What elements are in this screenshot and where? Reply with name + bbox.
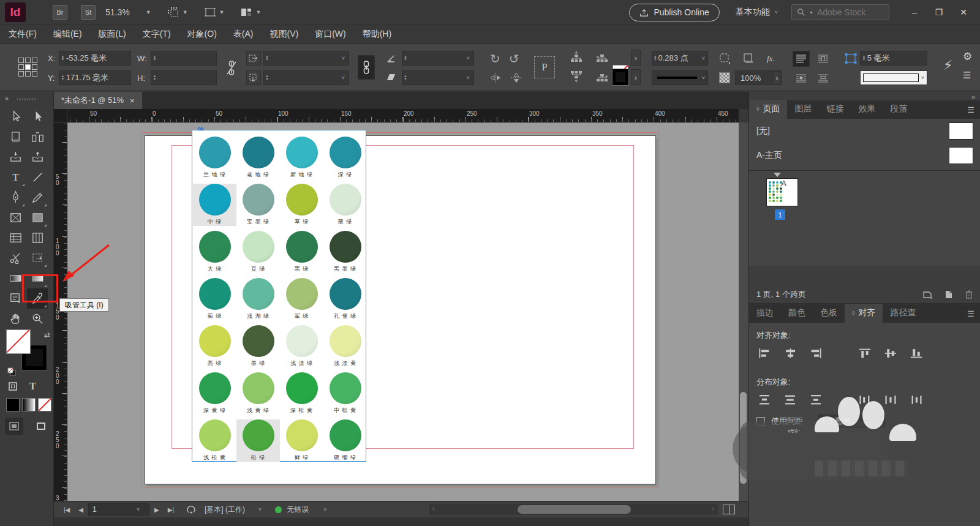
master-a-row[interactable]: A-主页	[749, 143, 980, 168]
apply-none-button[interactable]	[38, 398, 51, 411]
master-a-thumbnail[interactable]	[949, 147, 973, 164]
arrange-documents-dropdown[interactable]: ▼	[240, 7, 261, 18]
menu-item-4[interactable]: 对象(O)	[187, 29, 217, 40]
preview-view-button[interactable]	[32, 418, 50, 435]
tool-table[interactable]	[5, 228, 26, 248]
constrain-proportions-icon[interactable]	[225, 60, 238, 78]
menu-item-5[interactable]: 表(A)	[233, 29, 254, 40]
default-fill-stroke-icon[interactable]	[7, 367, 16, 376]
first-page-button[interactable]: |◀	[60, 506, 74, 513]
rotate-cw-button[interactable]: ↻	[490, 51, 500, 66]
stroke-menu-button[interactable]: ›	[631, 69, 641, 85]
select-previous-object-button[interactable]	[570, 50, 583, 64]
tool-gap[interactable]	[27, 127, 48, 147]
align-bottom-button[interactable]	[908, 347, 924, 359]
effects-fx-button[interactable]: fx.	[767, 54, 775, 64]
menu-item-7[interactable]: 窗口(W)	[315, 29, 346, 40]
link-badge-icon[interactable]: ∞	[197, 125, 204, 132]
panel-collapse-icon[interactable]: »	[971, 93, 975, 100]
align-h-center-button[interactable]	[782, 347, 798, 359]
screen-mode-dropdown[interactable]: ▼	[204, 7, 225, 18]
control-panel-menu-icon[interactable]: ☰	[963, 70, 971, 81]
previous-page-button[interactable]: ◀	[75, 506, 87, 513]
preflight-profile-chevron-icon[interactable]: ˅	[258, 506, 262, 513]
stock-search-input[interactable]	[817, 7, 878, 17]
corner-options-button[interactable]	[719, 53, 731, 67]
minimize-button[interactable]: –	[904, 4, 925, 20]
opacity-menu-button[interactable]: ›	[773, 71, 781, 85]
page-number-field[interactable]: ˅	[88, 503, 149, 516]
zoom-level-value[interactable]: 51.3%	[105, 7, 130, 17]
tool-rectangle[interactable]	[27, 208, 48, 228]
tool-direct-selection[interactable]	[5, 107, 26, 127]
text-wrap-jump-button[interactable]	[815, 70, 832, 86]
height-field[interactable]: ▲▼	[151, 70, 217, 85]
delete-page-trash-icon[interactable]	[965, 290, 973, 299]
fill-proxy-swatch[interactable]	[6, 329, 31, 354]
select-container-button[interactable]: P	[534, 56, 555, 78]
drop-shadow-button[interactable]	[742, 53, 755, 67]
link-scale-button[interactable]	[358, 55, 375, 80]
tool-content-placer[interactable]	[27, 147, 48, 167]
tool-line[interactable]	[27, 167, 48, 187]
apply-gradient-button[interactable]	[22, 398, 36, 411]
align-right-button[interactable]	[808, 347, 824, 359]
align-v-center-button[interactable]	[883, 347, 899, 359]
tool-gradient-feather[interactable]	[27, 268, 48, 288]
tab-align-3[interactable]: ◊对齐	[845, 304, 883, 323]
zoom-level-chevron-icon[interactable]: ▼	[146, 9, 151, 15]
horizontal-scrollbar-thumb[interactable]	[518, 505, 631, 514]
tab-align-0[interactable]: 描边	[749, 304, 781, 323]
dist-h-center-button[interactable]	[883, 394, 899, 406]
rotate-ccw-button[interactable]: ↺	[509, 51, 519, 66]
scroll-left-icon[interactable]: ‹	[432, 505, 434, 512]
stock-search[interactable]: ▼	[791, 4, 889, 20]
dist-bottom-button[interactable]	[808, 394, 824, 406]
tool-scissors[interactable]	[5, 248, 26, 268]
select-next-object-button[interactable]	[595, 50, 609, 64]
vertical-scrollbar[interactable]	[739, 122, 748, 501]
tool-pencil[interactable]	[27, 187, 48, 208]
document-tab[interactable]: *未命名-1 @ 51% ×	[54, 92, 142, 109]
menu-item-2[interactable]: 版面(L)	[99, 29, 126, 40]
ruler-corner[interactable]	[54, 109, 67, 122]
scale-x-field[interactable]: ▲▼˅	[263, 51, 349, 66]
scroll-right-icon[interactable]: ›	[712, 505, 714, 512]
preflight-status-chevron-icon[interactable]: ˅	[323, 506, 326, 513]
page-1-thumbnail[interactable]: A	[766, 178, 798, 206]
tab-pages-0[interactable]: ◊页面	[749, 100, 787, 119]
split-view-button[interactable]	[723, 505, 735, 514]
select-content-button[interactable]	[570, 70, 583, 83]
tab-align-4[interactable]: 路径查	[883, 304, 923, 323]
bridge-button[interactable]: Br	[53, 5, 67, 20]
workspace-switcher[interactable]: 基本功能 ˅	[736, 7, 778, 18]
preflight-icon[interactable]	[186, 505, 196, 514]
master-none-row[interactable]: [无]	[749, 119, 980, 143]
use-spacing-checkbox[interactable]	[756, 417, 765, 426]
formatting-affects-text-button[interactable]: T	[29, 381, 36, 392]
dist-v-center-button[interactable]	[782, 394, 798, 406]
quick-apply-lightning-icon[interactable]: ⚡	[943, 58, 952, 73]
tools-grip[interactable]	[17, 98, 37, 100]
tab-pages-2[interactable]: 链接	[819, 100, 851, 119]
tool-zoom[interactable]	[27, 309, 48, 329]
tool-note[interactable]	[5, 288, 26, 309]
swap-fill-stroke-icon[interactable]: ⇄	[44, 331, 50, 339]
select-next-sibling-button[interactable]	[595, 70, 609, 83]
last-page-button[interactable]: ▶|	[164, 506, 178, 513]
view-options-dropdown[interactable]: ▼	[167, 7, 188, 18]
tool-frame[interactable]	[5, 208, 26, 228]
stroke-color-swatch[interactable]	[612, 69, 628, 85]
tool-columns[interactable]	[27, 228, 48, 248]
horizontal-scrollbar[interactable]: ‹ ›	[429, 504, 718, 515]
tool-eyedropper[interactable]	[27, 288, 48, 309]
gap-size-field[interactable]: ▲▼	[860, 51, 927, 66]
flip-horizontal-button[interactable]	[489, 72, 502, 83]
shear-angle-field[interactable]: ▲▼˅	[402, 70, 474, 85]
tool-hand[interactable]	[5, 309, 26, 329]
tool-selection[interactable]	[27, 107, 48, 127]
x-position-field[interactable]: ▲▼	[59, 51, 131, 66]
scale-y-field[interactable]: ▲▼˅	[263, 70, 349, 85]
placed-image-frame[interactable]: ∞ 兰 地 绿老 地 绿新 地 绿深 绿中 绿宝 墨 绿草 绿翠 绿大 绿豆 绿…	[192, 130, 366, 462]
publish-online-button[interactable]: Publish Online	[629, 4, 719, 21]
